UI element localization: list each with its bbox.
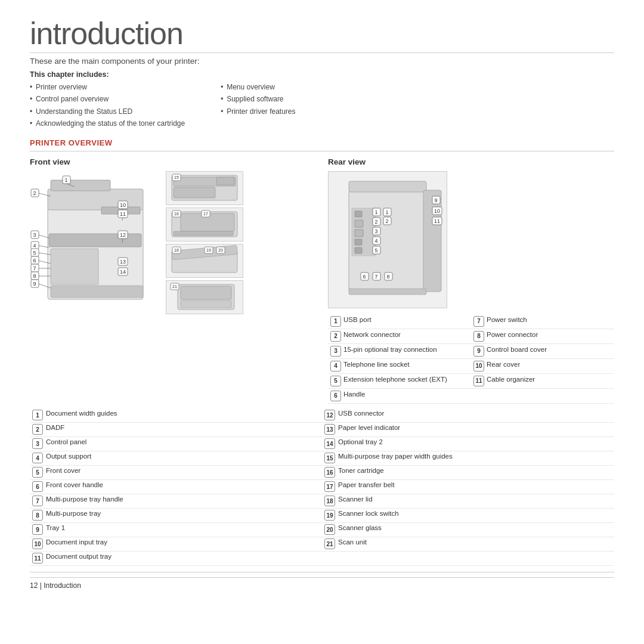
svg-rect-78 [355, 220, 363, 227]
rear-label: USB port [343, 316, 371, 323]
svg-rect-79 [355, 230, 363, 237]
front-item: 4Output support [30, 451, 322, 465]
bullet-item: Control panel overview [30, 93, 185, 105]
svg-text:5: 5 [374, 247, 377, 253]
svg-text:10: 10 [120, 202, 126, 208]
front-item: 7Multi-purpose tray handle [30, 494, 322, 508]
svg-text:9: 9 [33, 281, 36, 287]
footer-divider [30, 572, 614, 572]
chapter-label: This chapter includes: [30, 70, 614, 79]
front-table-row: 6Front cover handle 17Paper transfer bel… [30, 479, 614, 494]
svg-text:20: 20 [218, 248, 223, 252]
front-item: 10Document input tray [30, 537, 322, 551]
num-badge: 7 [473, 316, 484, 327]
svg-rect-81 [355, 247, 362, 253]
rear-label: Network connector [343, 331, 401, 338]
front-view-section: Front view [30, 157, 316, 404]
svg-text:18: 18 [174, 248, 179, 252]
svg-text:16: 16 [174, 212, 179, 216]
front-table-row: 5Front cover 16Toner cartridge [30, 465, 614, 479]
svg-text:9: 9 [434, 197, 437, 203]
bullet-item: Menu overview [221, 81, 295, 93]
front-item: 5Front cover [30, 465, 322, 479]
svg-text:6: 6 [363, 274, 366, 280]
rear-label: Telephone line socket [343, 361, 410, 368]
section-title: PRINTER OVERVIEW [30, 138, 614, 147]
front-table-row: 9Tray 1 20Scanner glass [30, 522, 614, 537]
svg-text:17: 17 [203, 212, 208, 216]
rear-label: Extension telephone socket (EXT) [343, 376, 447, 383]
svg-text:3: 3 [33, 232, 36, 238]
num-badge: 10 [473, 361, 484, 371]
svg-text:15: 15 [174, 175, 179, 179]
svg-rect-5 [51, 286, 143, 298]
left-bullet-list: Printer overview Control panel overview … [30, 81, 185, 130]
subtitle: These are the main components of your pr… [30, 57, 614, 66]
rear-view-section: Rear view [328, 157, 614, 404]
svg-text:2: 2 [33, 190, 36, 196]
rear-item-right [471, 388, 614, 403]
svg-text:7: 7 [374, 274, 377, 280]
svg-text:19: 19 [206, 248, 211, 252]
front-item-empty [322, 551, 614, 565]
rear-label: Control board cover [487, 346, 547, 353]
front-printer-diagram: 1 2 3 4 [30, 171, 161, 308]
front-item: 14Optional tray 2 [322, 436, 614, 451]
front-item: 21Scan unit [322, 537, 614, 551]
front-table-row: 2DADF 13Paper level indicator [30, 422, 614, 436]
rear-item-right: 9 Control board cover [471, 343, 614, 358]
svg-rect-4 [51, 249, 98, 284]
overview-divider [30, 151, 614, 151]
front-item: 15Multi-purpose tray paper width guides [322, 451, 614, 465]
svg-rect-77 [355, 211, 362, 217]
svg-text:1: 1 [385, 209, 388, 215]
num-badge: 6 [330, 391, 341, 401]
svg-text:7: 7 [33, 265, 36, 271]
front-item: 9Tray 1 [30, 522, 322, 537]
front-item: 11Document output tray [30, 551, 322, 565]
svg-rect-69 [181, 286, 231, 299]
svg-text:13: 13 [120, 259, 126, 265]
rear-item-left: 4 Telephone line socket [328, 358, 471, 373]
svg-line-15 [39, 235, 49, 238]
chapter-includes: Printer overview Control panel overview … [30, 81, 614, 130]
svg-text:10: 10 [434, 208, 440, 214]
bullet-item: Acknowledging the status of the toner ca… [30, 117, 185, 129]
rear-table-row: 4 Telephone line socket 10 Rear cover [328, 358, 614, 373]
front-item: 2DADF [30, 422, 322, 436]
rear-item-right: 10 Rear cover [471, 358, 614, 373]
svg-rect-82 [349, 289, 426, 295]
right-bullet-list: Menu overview Supplied software Printer … [221, 81, 295, 130]
front-table-row: 8Multi-purpose tray 19Scanner lock switc… [30, 508, 614, 522]
front-item: 19Scanner lock switch [322, 508, 614, 522]
front-printer-svg: 1 2 3 4 [30, 171, 158, 308]
front-table-row: 1Document width guides 12USB connector [30, 408, 614, 423]
thumb-2: 16 17 [166, 208, 243, 242]
side-thumbnails: 15 16 17 [166, 171, 243, 314]
rear-item-right: 11 Cable organizer [471, 373, 614, 388]
front-table-row: 4Output support 15Multi-purpose tray pap… [30, 451, 614, 465]
rear-table-row: 2 Network connector 8 Power connector [328, 329, 614, 343]
thumb-3: 18 19 20 [166, 244, 243, 278]
num-badge: 4 [330, 361, 341, 371]
rear-label: Handle [343, 391, 365, 398]
thumb-4: 21 [166, 280, 243, 314]
front-table-row: 10Document input tray 21Scan unit [30, 537, 614, 551]
svg-text:12: 12 [120, 232, 126, 238]
svg-text:1: 1 [64, 177, 67, 183]
rear-table-row: 6 Handle [328, 388, 614, 403]
rear-table-row: 5 Extension telephone socket (EXT) 11 Ca… [328, 373, 614, 388]
rear-label: Rear cover [487, 361, 520, 368]
svg-rect-49 [174, 187, 215, 198]
svg-rect-70 [181, 301, 231, 308]
rear-item-right: 8 Power connector [471, 329, 614, 343]
front-table-row: 3Control panel 14Optional tray 2 [30, 436, 614, 451]
thumb-1: 15 [166, 171, 243, 205]
front-item: 17Paper transfer belt [322, 479, 614, 494]
svg-text:2: 2 [374, 219, 377, 225]
rear-item-left: 6 Handle [328, 388, 471, 403]
rear-label: Cable organizer [487, 376, 535, 383]
front-item: 13Paper level indicator [322, 422, 614, 436]
svg-text:5: 5 [33, 250, 36, 256]
front-view-title: Front view [30, 157, 316, 166]
